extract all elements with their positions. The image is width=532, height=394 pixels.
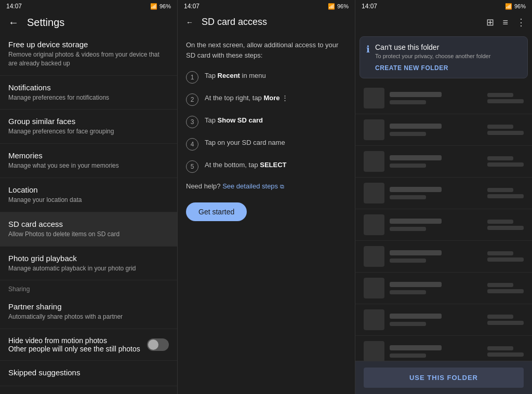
photo-grid-subtitle: Manage automatic playback in your photo … — [8, 264, 169, 273]
sdcard-back-icon[interactable]: ← — [186, 18, 193, 26]
folder-meta-bar — [390, 322, 426, 326]
folder-right-bar1 — [487, 346, 513, 350]
folder-meta-bar — [390, 195, 426, 199]
notifications-title: Notifications — [8, 83, 169, 92]
settings-item-photo-grid[interactable]: Photo grid playback Manage automatic pla… — [0, 247, 177, 281]
step-1-text: Tap Recent in menu — [205, 71, 347, 81]
folder-thumbnail — [364, 214, 384, 235]
see-steps-link[interactable]: See detailed steps ⧉ — [222, 182, 284, 190]
hide-video-toggle[interactable] — [147, 338, 169, 351]
hide-video-title: Hide video from motion photos — [8, 336, 147, 345]
folder-right-bar1 — [487, 283, 513, 287]
folder-wifi-icon: 📶 — [505, 3, 512, 10]
folder-thumbnail — [364, 151, 384, 172]
folder-item[interactable] — [355, 304, 532, 336]
folder-item[interactable] — [355, 336, 532, 361]
settings-header: ← Settings — [0, 12, 177, 33]
step-4: 4 Tap on your SD card name — [186, 138, 347, 151]
sdcard-status-time: 14:07 — [184, 3, 200, 10]
folder-right-bar2 — [487, 131, 524, 135]
step-5-text: At the bottom, tap SELECT — [205, 160, 347, 170]
cant-use-title: Can't use this folder — [375, 43, 490, 51]
folder-name-bar — [390, 219, 442, 224]
folder-name-bar — [390, 282, 442, 287]
folder-status-bar: 14:07 📶 96% — [355, 0, 532, 12]
back-icon[interactable]: ← — [8, 17, 19, 29]
group-faces-title: Group similar faces — [8, 117, 169, 126]
settings-status-time: 14:07 — [6, 3, 22, 10]
folder-name-bar — [390, 187, 442, 192]
folder-thumbnail — [364, 183, 384, 203]
cant-use-content: Can't use this folder To protect your pr… — [375, 43, 490, 72]
create-folder-button[interactable]: CREATE NEW FOLDER — [375, 64, 448, 72]
folder-right-bar2 — [487, 352, 524, 357]
free-storage-title: Free up device storage — [8, 40, 169, 49]
folder-meta-bar — [390, 259, 426, 263]
settings-panel: 14:07 📶 96% ← Settings Free up device st… — [0, 0, 178, 394]
folder-info — [390, 250, 487, 263]
folder-right-bar2 — [487, 289, 524, 293]
notifications-subtitle: Manage preferences for notifications — [8, 93, 169, 102]
hide-video-text: Hide video from motion photos Other peop… — [8, 336, 147, 353]
folder-right — [487, 156, 524, 167]
folder-meta-bar — [390, 290, 426, 294]
settings-list: Free up device storage Remove original p… — [0, 33, 177, 394]
step-2-highlight: More — [263, 94, 280, 102]
skipped-title: Skipped suggestions — [8, 368, 169, 377]
get-started-button[interactable]: Get started — [186, 202, 247, 221]
toggle-thumb — [148, 339, 158, 350]
folder-name-bar — [390, 124, 442, 129]
sdcard-status-icons: 📶 96% — [328, 3, 349, 10]
step-1: 1 Tap Recent in menu — [186, 71, 347, 84]
folder-right-bar2 — [487, 321, 524, 325]
sort-icon[interactable]: ≡ — [500, 15, 510, 30]
gallery-icon[interactable]: ⊞ — [484, 15, 496, 30]
more-icon[interactable]: ⋮ — [514, 15, 528, 30]
folder-info — [390, 345, 487, 358]
folder-right — [487, 315, 524, 325]
settings-item-memories[interactable]: Memories Manage what you see in your mem… — [0, 144, 177, 178]
location-subtitle: Manage your location data — [8, 196, 169, 205]
sdcard-header: ← SD card access — [178, 12, 355, 32]
settings-item-location[interactable]: Location Manage your location data — [0, 178, 177, 212]
settings-item-sdcard[interactable]: SD card access Allow Photos to delete it… — [0, 212, 177, 247]
folder-right — [487, 93, 524, 103]
folder-thumbnail — [364, 309, 384, 330]
folder-right — [487, 346, 524, 357]
folder-meta-bar — [390, 100, 426, 104]
folder-item[interactable] — [355, 209, 532, 241]
folder-name-bar — [390, 250, 442, 255]
folder-item[interactable] — [355, 178, 532, 209]
folder-info — [390, 187, 487, 199]
use-this-folder-button[interactable]: USE THIS FOLDER — [364, 368, 524, 388]
folder-right-bar1 — [487, 188, 513, 192]
step-3-highlight: Show SD card — [218, 116, 263, 124]
folder-meta-bar — [390, 164, 426, 168]
sdcard-panel: 14:07 📶 96% ← SD card access On the next… — [178, 0, 355, 394]
folder-right-bar2 — [487, 194, 524, 198]
folder-meta-bar — [390, 227, 426, 231]
sdcard-wifi-icon: 📶 — [328, 3, 335, 10]
step-1-highlight: Recent — [218, 72, 240, 79]
use-folder-bar: USE THIS FOLDER — [355, 361, 532, 394]
memories-title: Memories — [8, 151, 169, 160]
folder-right-bar1 — [487, 93, 513, 97]
folder-item[interactable] — [355, 146, 532, 178]
folder-info — [390, 124, 487, 136]
settings-item-free-storage[interactable]: Free up device storage Remove original p… — [0, 33, 177, 76]
settings-item-notifications[interactable]: Notifications Manage preferences for not… — [0, 76, 177, 110]
folder-item[interactable] — [355, 83, 532, 114]
settings-item-partner-sharing[interactable]: Partner sharing Automatically share phot… — [0, 295, 177, 329]
folder-info — [390, 155, 487, 168]
folder-item[interactable] — [355, 114, 532, 146]
folder-right-bar2 — [487, 162, 524, 167]
folder-item[interactable] — [355, 241, 532, 273]
folder-item[interactable] — [355, 273, 532, 304]
need-help-text: Need help? — [186, 182, 221, 190]
settings-item-group-faces[interactable]: Group similar faces Manage preferences f… — [0, 110, 177, 144]
folder-panel: 14:07 📶 96% ⊞ ≡ ⋮ ℹ Can't use this folde… — [355, 0, 532, 394]
folder-right-bar1 — [487, 156, 513, 160]
settings-item-skipped[interactable]: Skipped suggestions — [0, 361, 177, 386]
step-2: 2 At the top right, tap More ⋮ — [186, 93, 347, 106]
sdcard-panel-title: SD card access — [202, 17, 267, 28]
